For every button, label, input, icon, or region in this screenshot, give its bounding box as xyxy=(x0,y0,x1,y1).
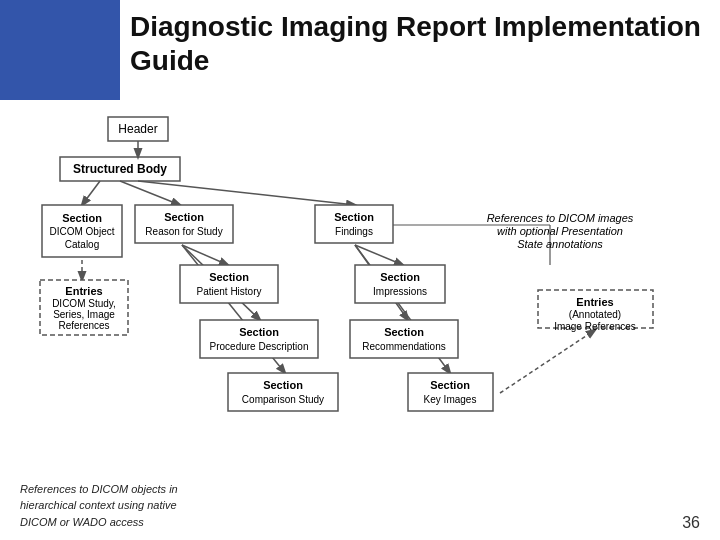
bottom-text-line1: References to DICOM objects in xyxy=(20,481,178,498)
svg-rect-25 xyxy=(315,205,393,243)
svg-text:Series, Image: Series, Image xyxy=(53,309,115,320)
svg-text:Section: Section xyxy=(430,379,470,391)
svg-text:Key Images: Key Images xyxy=(424,394,477,405)
svg-line-8 xyxy=(182,245,228,265)
svg-text:Structured Body: Structured Body xyxy=(73,162,167,176)
bottom-text: References to DICOM objects in hierarchi… xyxy=(20,481,178,531)
svg-text:References: References xyxy=(58,320,109,331)
svg-text:Section: Section xyxy=(263,379,303,391)
svg-text:with optional Presentation: with optional Presentation xyxy=(497,225,623,237)
svg-text:Entries: Entries xyxy=(576,296,613,308)
svg-line-12 xyxy=(355,245,408,320)
svg-text:State annotations: State annotations xyxy=(517,238,603,250)
diagram: Header Structured Body xyxy=(20,110,710,480)
page-number: 36 xyxy=(682,514,700,532)
connectors-svg: Header Structured Body xyxy=(20,110,710,480)
svg-line-11 xyxy=(355,245,403,265)
svg-text:Section: Section xyxy=(334,211,374,223)
svg-rect-37 xyxy=(350,320,458,358)
svg-text:Image References: Image References xyxy=(554,321,636,332)
svg-text:Section: Section xyxy=(384,326,424,338)
svg-rect-51 xyxy=(538,290,653,328)
svg-rect-2 xyxy=(60,157,180,181)
svg-line-7 xyxy=(138,181,355,205)
svg-text:Section: Section xyxy=(164,211,204,223)
title-area: Diagnostic Imaging Report Implementation… xyxy=(130,10,710,77)
svg-text:Impressions: Impressions xyxy=(373,286,427,297)
svg-rect-31 xyxy=(355,265,445,303)
svg-text:Findings: Findings xyxy=(335,226,373,237)
svg-line-6 xyxy=(120,181,180,205)
svg-text:Section: Section xyxy=(239,326,279,338)
svg-line-9 xyxy=(182,245,260,320)
svg-rect-0 xyxy=(108,117,168,141)
svg-text:References to DICOM images: References to DICOM images xyxy=(487,212,634,224)
svg-text:Section: Section xyxy=(209,271,249,283)
svg-text:Procedure Description: Procedure Description xyxy=(210,341,309,352)
page-title: Diagnostic Imaging Report Implementation… xyxy=(130,10,710,77)
svg-rect-40 xyxy=(228,373,338,411)
svg-text:Entries: Entries xyxy=(65,285,102,297)
svg-rect-22 xyxy=(135,205,233,243)
svg-text:Section: Section xyxy=(380,271,420,283)
svg-text:Header: Header xyxy=(118,122,157,136)
svg-text:Catalog: Catalog xyxy=(65,239,99,250)
bottom-text-line3: DICOM or WADO access xyxy=(20,514,178,531)
svg-text:Section: Section xyxy=(62,212,102,224)
svg-text:Recommendations: Recommendations xyxy=(362,341,445,352)
svg-text:Comparison Study: Comparison Study xyxy=(242,394,324,405)
svg-line-13 xyxy=(355,245,450,373)
svg-rect-46 xyxy=(40,280,128,335)
svg-rect-18 xyxy=(42,205,122,257)
svg-text:Reason for Study: Reason for Study xyxy=(145,226,222,237)
svg-text:(Annotated): (Annotated) xyxy=(569,309,621,320)
svg-line-15 xyxy=(500,330,595,393)
svg-text:DICOM Object: DICOM Object xyxy=(49,226,114,237)
svg-text:DICOM Study,: DICOM Study, xyxy=(52,298,116,309)
bottom-text-line2: hierarchical context using native xyxy=(20,497,178,514)
svg-rect-34 xyxy=(200,320,318,358)
accent-bar xyxy=(0,0,120,100)
svg-line-10 xyxy=(182,245,285,373)
svg-rect-28 xyxy=(180,265,278,303)
svg-rect-43 xyxy=(408,373,493,411)
svg-line-5 xyxy=(82,181,100,205)
svg-text:Patient History: Patient History xyxy=(196,286,261,297)
